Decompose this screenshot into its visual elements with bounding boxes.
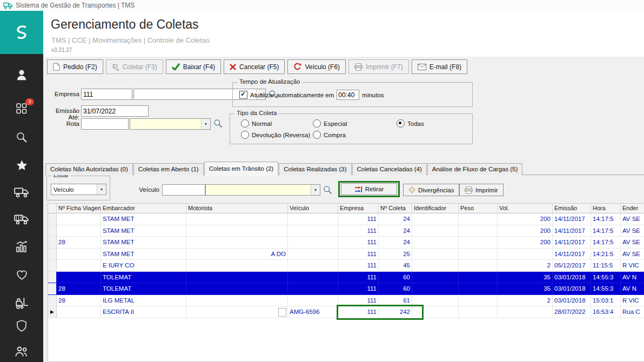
cell-coleta[interactable]: 61 — [379, 295, 412, 307]
cell-vol[interactable] — [498, 306, 553, 318]
cell-motorista[interactable] — [186, 260, 288, 272]
cell-ficha[interactable] — [57, 213, 101, 225]
tab-coletas-em-aberto-1[interactable]: Coletas em Aberto (1) — [133, 163, 204, 175]
cell-hora[interactable]: 16:53:4 — [591, 306, 621, 318]
imprimir-button[interactable]: Imprimir — [459, 184, 504, 196]
cell-vol[interactable]: 2 — [498, 260, 553, 272]
cell-ficha[interactable]: 28 — [57, 237, 101, 249]
cell-identificador[interactable] — [412, 260, 459, 272]
toolbar-button-e-mail-f8[interactable]: E-mail (F8) — [412, 59, 467, 74]
cell-emissao[interactable]: 03/01/2018 — [553, 283, 591, 295]
cell-embarcador[interactable]: STAM MET — [101, 249, 186, 260]
cell-peso[interactable] — [459, 237, 498, 249]
cell-endereco[interactable]: R VIC — [621, 260, 644, 272]
table-row[interactable]: TOLEMAT111603503/01/201814:55:3AV N — [48, 272, 644, 284]
tab-coletas-em-transito-2[interactable]: Coletas em Trânsito (2) — [204, 162, 279, 176]
cell-hora[interactable]: 15:03:1 — [591, 295, 621, 307]
column-header-endereco[interactable]: Ender — [621, 204, 644, 213]
table-row[interactable]: 28ILG METAL11161203/01/201815:03:1R VIC — [48, 295, 644, 307]
cell-endereco[interactable]: Rua C — [621, 306, 644, 318]
radio-compra[interactable]: Compra — [313, 131, 346, 139]
cell-endereco[interactable]: AV SE — [621, 237, 644, 249]
cell-emissao[interactable]: 14/11/2017 — [553, 249, 591, 260]
cell-emissao[interactable]: 05/12/2017 — [553, 260, 591, 272]
sidebar-item-shield[interactable] — [0, 318, 43, 334]
cell-identificador[interactable] — [412, 272, 459, 284]
cell-veiculo[interactable] — [288, 272, 338, 284]
cell-peso[interactable] — [459, 306, 498, 318]
cell-peso[interactable] — [459, 295, 498, 307]
cell-endereco[interactable]: AV SE — [621, 213, 644, 225]
chevron-down-icon[interactable]: ▼ — [97, 184, 106, 195]
cell-ficha[interactable] — [57, 260, 101, 272]
cell-coleta[interactable]: 24 — [379, 237, 412, 249]
sidebar-item-truck-alt[interactable] — [0, 211, 43, 227]
retirar-button[interactable]: Retirar — [341, 183, 397, 195]
cell-veiculo[interactable]: AMG-6596 — [288, 306, 338, 318]
cell-peso[interactable] — [459, 249, 498, 260]
column-header-vol[interactable]: Vol. — [498, 204, 553, 213]
table-row[interactable]: 28STAM MET1112420014/11/201714:17:5AV SE — [48, 237, 644, 249]
listar-combo[interactable]: Veículo ▼ — [51, 184, 106, 195]
sidebar-item-star[interactable] — [0, 157, 43, 173]
sidebar-item-chart[interactable] — [0, 238, 43, 254]
cell-hora[interactable]: 14:21:5 — [591, 249, 621, 260]
cell-veiculo[interactable] — [288, 237, 338, 249]
divergencias-button[interactable]: Divergências — [403, 184, 459, 196]
cell-hora[interactable]: 11:15:5 — [591, 260, 621, 272]
cell-coleta[interactable]: 242 — [379, 306, 412, 318]
cell-empresa[interactable]: 111 — [338, 260, 379, 272]
table-row[interactable]: ▶ESCRITA IIAMG-659611124228/07/202216:53… — [48, 306, 644, 318]
column-header-hora[interactable]: Hora — [591, 204, 621, 213]
cell-empresa[interactable]: 111 — [338, 237, 379, 249]
cell-identificador[interactable] — [412, 306, 459, 318]
cell-empresa[interactable]: 111 — [338, 249, 379, 260]
sidebar-item-forklift[interactable] — [0, 295, 43, 311]
cell-identificador[interactable] — [412, 225, 459, 237]
toolbar-button-pedido-f2[interactable]: Pedido (F2) — [47, 59, 103, 74]
cell-endereco[interactable]: AV SE — [621, 249, 644, 260]
cell-ficha[interactable] — [57, 272, 101, 284]
cell-vol[interactable]: 200 — [498, 225, 553, 237]
emissao-input[interactable] — [81, 105, 149, 117]
column-header-motorista[interactable]: Motorista — [186, 204, 288, 213]
cell-motorista[interactable]: A DO — [186, 249, 288, 260]
cell-empresa[interactable]: 111 — [338, 272, 379, 284]
column-header-coleta[interactable]: Nº Coleta — [379, 204, 412, 213]
cell-hora[interactable]: 14:55:3 — [591, 283, 621, 295]
table-row[interactable]: STAM META DO1112514/11/201714:21:5AV SE — [48, 249, 644, 260]
cell-hora[interactable]: 14:17:5 — [591, 213, 621, 225]
cell-hora[interactable]: 14:55:3 — [591, 272, 621, 284]
cell-embarcador[interactable]: ESCRITA II — [101, 306, 186, 318]
cell-identificador[interactable] — [412, 283, 459, 295]
radio-especial[interactable]: Especial — [313, 119, 347, 128]
cell-identificador[interactable] — [412, 237, 459, 249]
cell-vol[interactable]: 35 — [498, 272, 553, 284]
cell-coleta[interactable]: 24 — [379, 225, 412, 237]
veiculo-input[interactable] — [162, 184, 205, 196]
cell-empresa[interactable]: 111 — [338, 306, 379, 318]
column-header-peso[interactable]: Peso — [459, 204, 498, 213]
cell-vol[interactable]: 2 — [498, 295, 553, 307]
column-header-identificador[interactable]: Identificador — [412, 204, 459, 213]
sidebar-item-heart[interactable] — [0, 266, 43, 283]
column-header-ficha[interactable]: Nº Ficha Viagem — [57, 204, 101, 213]
toolbar-button-cancelar-f5[interactable]: Cancelar (F5) — [224, 59, 285, 74]
cell-empresa[interactable]: 111 — [338, 283, 379, 295]
cell-peso[interactable] — [459, 272, 498, 284]
cell-hora[interactable]: 14:17:5 — [591, 225, 621, 237]
cell-ficha[interactable] — [57, 249, 101, 260]
cell-veiculo[interactable] — [288, 225, 338, 237]
sidebar-item-apps-grid[interactable]: 3 — [0, 100, 43, 117]
cell-endereco[interactable]: R VIC — [621, 295, 644, 307]
cell-coleta[interactable]: 60 — [379, 272, 412, 284]
cell-vol[interactable]: 200 — [498, 237, 553, 249]
table-row[interactable]: E IURY CO11145205/12/201711:15:5R VIC — [48, 260, 644, 272]
tab-analise-de-fluxo-de-cargas-5[interactable]: Análise de Fluxo de Cargas (5) — [427, 163, 523, 175]
table-row[interactable]: 28TOLEMAT111603503/01/201814:55:3AV N — [48, 283, 644, 295]
veiculo-combo[interactable]: ▼ — [205, 184, 320, 196]
cell-motorista[interactable] — [186, 237, 288, 249]
cell-empresa[interactable]: 111 — [338, 213, 379, 225]
rota-combo[interactable]: ▼ — [130, 118, 211, 130]
cell-embarcador[interactable]: STAM MET — [101, 213, 186, 225]
